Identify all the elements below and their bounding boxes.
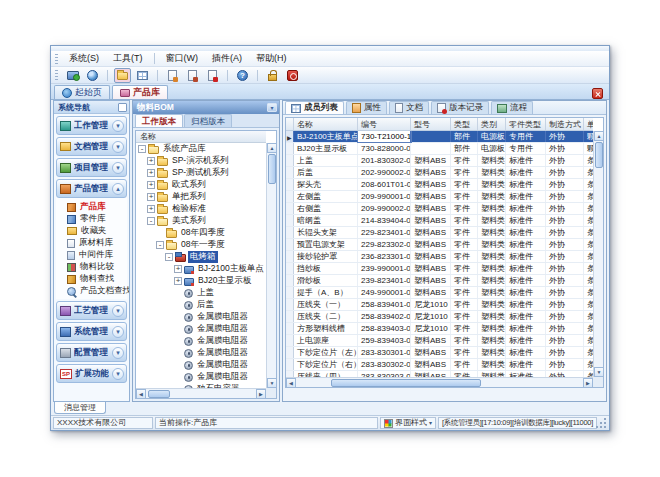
sidebar-item[interactable]: 产品文档查找 (56, 285, 127, 297)
table-vertical-scrollbar[interactable] (593, 131, 603, 377)
column-header[interactable]: 制造方式 (546, 118, 584, 130)
tree-row[interactable]: +BJ-2100主板单点 (136, 263, 266, 275)
tree-row[interactable]: +SP-测试机系列 (136, 167, 266, 179)
table-row[interactable]: 预置电源支架229-823302-00E塑料ABS零件塑料类标准件外协条 (286, 239, 593, 251)
menu-item[interactable]: 插件(A) (206, 51, 248, 66)
tree-row[interactable]: 金属膜电阻器 (136, 335, 266, 347)
chevron-down-icon[interactable] (112, 120, 124, 132)
table-row[interactable]: BJ-2100主板单点730-T21000-12E部件电源板专用件外协颗 (286, 131, 593, 143)
chevron-down-icon[interactable] (112, 162, 124, 174)
sidebar-group-header[interactable]: 配置管理 (56, 343, 127, 362)
bom-version-tab[interactable]: 归档版本 (184, 114, 232, 127)
column-header[interactable]: 零件类型 (506, 118, 546, 130)
column-header[interactable]: 类别 (478, 118, 506, 130)
chevron-down-icon[interactable] (112, 141, 124, 153)
sidebar-group-header[interactable]: 产品管理 (56, 179, 127, 198)
menu-item[interactable]: 系统(S) (63, 51, 105, 66)
chevron-up-icon[interactable] (112, 183, 124, 195)
column-header[interactable]: 编号 (358, 118, 411, 130)
tree-vertical-scrollbar[interactable] (266, 143, 276, 388)
tree-row[interactable]: +欧式系列 (136, 179, 266, 191)
column-header[interactable]: 单位 (584, 118, 593, 130)
menu-item[interactable]: 工具(T) (107, 51, 149, 66)
expander[interactable]: + (147, 205, 155, 213)
tree-row[interactable]: +单把系列 (136, 191, 266, 203)
tree-row[interactable]: 后盖 (136, 299, 266, 311)
sidebar-item[interactable]: 产品库 (56, 201, 127, 213)
expander[interactable]: + (174, 277, 182, 285)
tree-row[interactable]: -美式系列 (136, 215, 266, 227)
tree-row[interactable]: 上盖 (136, 287, 266, 299)
expander[interactable]: + (147, 193, 155, 201)
table-row[interactable]: 右侧盖209-990002-01E塑料ABS零件塑料类标准件外协条 (286, 203, 593, 215)
scrollbar-thumb[interactable] (595, 142, 603, 168)
folder-button[interactable] (114, 68, 131, 83)
help-button[interactable] (234, 68, 251, 83)
sidebar-item[interactable]: 零件库 (56, 213, 127, 225)
expander[interactable]: - (165, 253, 173, 261)
power-button[interactable] (284, 68, 301, 83)
expander[interactable]: + (174, 265, 182, 273)
tree-row[interactable]: -08年一季度 (136, 239, 266, 251)
scroll-up-button[interactable] (267, 143, 277, 153)
table-row[interactable]: 探头壳208-601T01-01E塑料ABS零件塑料类标准件外协条 (286, 179, 593, 191)
table-row[interactable]: 压线夹（二）258-839402-00E尼龙1010零件塑料类标准件外协条 (286, 311, 593, 323)
expander[interactable]: - (138, 145, 146, 153)
tree-row[interactable]: 金属膜电阻器 (136, 311, 266, 323)
tree-row[interactable]: 金属膜电阻器 (136, 359, 266, 371)
table-horizontal-scrollbar[interactable] (286, 377, 593, 387)
doc-edit-button[interactable] (184, 68, 201, 83)
sidebar-group-header[interactable]: 文档管理 (56, 137, 127, 156)
tree-row[interactable]: -系统产品库 (136, 143, 266, 155)
table-row[interactable]: 后盖202-990002-01E塑料ABS零件塑料类标准件外协条 (286, 167, 593, 179)
chevron-down-icon[interactable] (112, 305, 124, 317)
table-row[interactable]: 压线夹（一）258-839401-00E尼龙1010零件塑料类标准件外协条 (286, 299, 593, 311)
expander[interactable]: + (147, 181, 155, 189)
scroll-right-button[interactable] (256, 389, 266, 399)
sidebar-group-header[interactable]: 工作管理 (56, 116, 127, 135)
column-header[interactable]: 类型 (451, 118, 478, 130)
table-row[interactable]: 下纱定位片（右）283-830302-00E塑料ABS零件塑料类标准件外协条 (286, 359, 593, 371)
message-management-tab[interactable]: 消息管理 (54, 402, 106, 414)
doc-new-button[interactable] (164, 68, 181, 83)
tree-column-header[interactable]: 名称 (136, 131, 266, 143)
column-header[interactable]: 型号 (411, 118, 451, 130)
sidebar-group-header[interactable]: 扩展功能 (56, 364, 127, 383)
expander[interactable]: + (147, 169, 155, 177)
expander[interactable]: - (156, 241, 164, 249)
scroll-right-button[interactable] (583, 378, 593, 388)
member-tab[interactable]: 版本记录 (431, 101, 489, 114)
tree-row[interactable]: +SP-演示机系列 (136, 155, 266, 167)
tree-row[interactable]: 金属膜电阻器 (136, 371, 266, 383)
table-row[interactable]: 滑纱板239-823401-00E塑料ABS零件塑料类标准件外协条 (286, 275, 593, 287)
sidebar-item[interactable]: 物料比较 (56, 261, 127, 273)
scroll-left-button[interactable] (286, 378, 296, 388)
chevron-down-icon[interactable] (112, 368, 124, 380)
column-header[interactable]: 名称 (294, 118, 358, 130)
scrollbar-thumb[interactable] (148, 390, 170, 398)
member-tab[interactable]: 文档 (389, 101, 429, 114)
expander[interactable]: - (147, 217, 155, 225)
lock-button[interactable] (264, 68, 281, 83)
sidebar-item[interactable]: 收藏夹 (56, 225, 127, 237)
member-tab[interactable]: 成员列表 (285, 101, 344, 114)
sidebar-item[interactable]: 中间件库 (56, 249, 127, 261)
sidebar-collapse-button[interactable] (118, 103, 127, 112)
scroll-down-button[interactable] (594, 367, 604, 377)
expander[interactable]: + (147, 157, 155, 165)
bom-version-tab[interactable]: 工作版本 (135, 114, 183, 127)
main-tab[interactable]: 起始页 (54, 85, 110, 99)
chevron-down-icon[interactable] (112, 347, 124, 359)
globe-button[interactable] (84, 68, 101, 83)
table-row[interactable]: 挡纱板239-990001-01E塑料ABS零件塑料类标准件外协条 (286, 263, 593, 275)
main-tab[interactable]: 产品库 (112, 85, 168, 99)
table-row[interactable]: 长辊头支架229-823401-00E塑料ABS零件塑料类标准件外协条 (286, 227, 593, 239)
menu-item[interactable]: 窗口(W) (160, 51, 205, 66)
table-row[interactable]: 方形塑料线槽258-839403-00E尼龙1010零件塑料类标准件外协条 (286, 323, 593, 335)
scrollbar-thumb[interactable] (268, 154, 276, 184)
member-tab[interactable]: 流程 (491, 101, 533, 114)
sidebar-item[interactable]: 物料查找 (56, 273, 127, 285)
close-icon[interactable] (592, 88, 603, 99)
scrollbar-thumb[interactable] (331, 379, 481, 387)
sidebar-group-header[interactable]: 工艺管理 (56, 301, 127, 320)
